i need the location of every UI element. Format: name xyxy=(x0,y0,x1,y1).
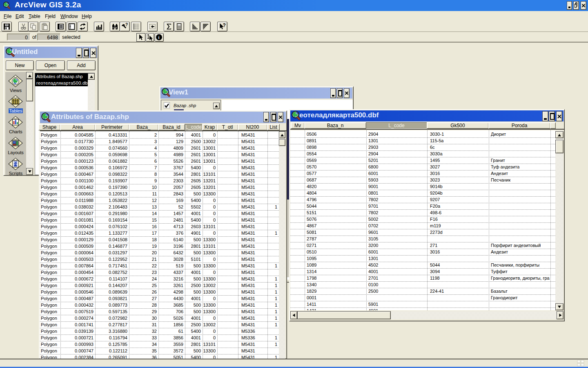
svg-text:?: ? xyxy=(223,23,226,28)
svg-text:?: ? xyxy=(125,23,128,27)
svg-text:i: i xyxy=(158,35,160,40)
